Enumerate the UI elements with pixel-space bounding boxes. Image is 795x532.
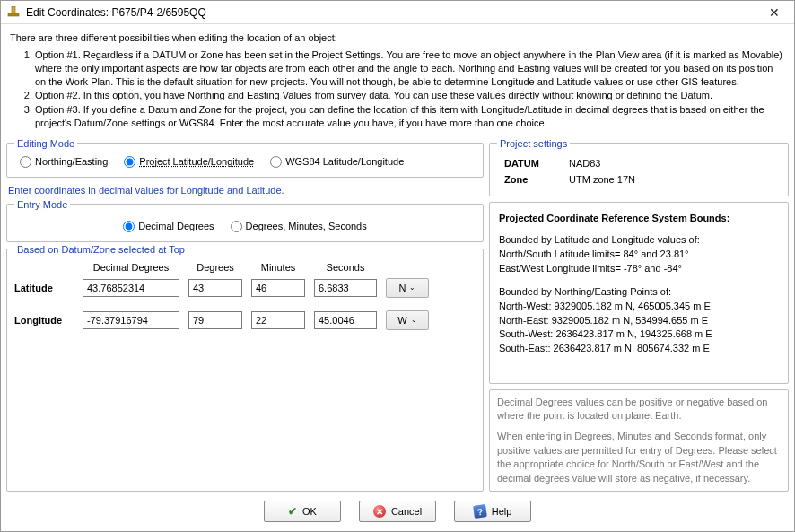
lat-degrees-input[interactable]	[188, 279, 242, 297]
radio-project-latlon-label: Project Latitude/Longitude	[139, 156, 254, 167]
datum-label: DATUM	[499, 156, 562, 170]
app-icon	[6, 5, 21, 20]
cancel-button-label: Cancel	[391, 506, 422, 517]
radio-dms-input[interactable]	[231, 221, 242, 232]
dialog-button-row: ✔ OK ✕ Cancel ? Help	[1, 493, 794, 531]
cancel-button[interactable]: ✕ Cancel	[359, 501, 436, 522]
lon-decimal-input[interactable]	[83, 311, 179, 329]
lat-hemisphere-dropdown[interactable]: N ⌄	[386, 278, 429, 298]
titlebar: Edit Coordinates: P675/P4-2/6595QQ ✕	[1, 1, 794, 24]
radio-wgs84-latlon-label: WGS84 Latitude/Longitude	[285, 156, 404, 167]
editing-mode-group: Editing Mode Northing/Easting Project La…	[6, 138, 484, 178]
bounds-line: South-West: 2636423.817 m N, 194325.668 …	[499, 327, 779, 342]
editing-mode-legend: Editing Mode	[14, 138, 77, 149]
intro-option-3: Option #3. If you define a Datum and Zon…	[35, 103, 785, 130]
radio-decimal-degrees[interactable]: Decimal Degrees	[123, 221, 214, 232]
intro-block: There are three different possibilities …	[1, 24, 794, 135]
close-icon: ✕	[769, 5, 780, 20]
lat-seconds-input[interactable]	[314, 279, 377, 297]
note-panel: Decimal Degrees values can be positive o…	[489, 389, 789, 492]
lon-minutes-input[interactable]	[251, 311, 305, 329]
bounds-line: East/West Longitude limits= -78° and -84…	[499, 262, 779, 276]
datum-value: NAD83	[563, 156, 641, 170]
intro-option-1: Option #1. Regardless if a DATUM or Zone…	[35, 48, 785, 89]
note-p2: When entering in Degrees, Minutes and Se…	[497, 430, 781, 485]
lon-degrees-input[interactable]	[188, 311, 242, 329]
crs-bounds-panel: Projected Coordinate Reference System Bo…	[489, 202, 789, 384]
radio-northing-easting-label: Northing/Easting	[35, 156, 108, 167]
radio-project-latlon-input[interactable]	[124, 156, 135, 168]
project-settings-legend: Project settings	[497, 138, 570, 149]
ok-button-label: OK	[302, 506, 317, 517]
lat-decimal-input[interactable]	[83, 279, 179, 297]
bounds-line: North-East: 9329005.182 m N, 534994.655 …	[499, 314, 779, 328]
check-icon: ✔	[288, 505, 297, 518]
latitude-label: Latitude	[14, 283, 74, 293]
radio-northing-easting[interactable]: Northing/Easting	[20, 156, 108, 168]
svg-rect-0	[12, 6, 15, 14]
bounds-line: Bounded by Northing/Easting Points of:	[499, 285, 779, 300]
close-button[interactable]: ✕	[758, 1, 791, 23]
left-column: Editing Mode Northing/Easting Project La…	[6, 138, 484, 492]
zone-value: UTM zone 17N	[563, 172, 641, 187]
entry-mode-group: Entry Mode Decimal Degrees Degrees, Minu…	[6, 199, 484, 242]
bounds-line: North/South Latitude limits= 84° and 23.…	[499, 248, 779, 262]
cancel-icon: ✕	[373, 505, 386, 518]
radio-dms[interactable]: Degrees, Minutes, Seconds	[231, 221, 367, 232]
lat-hemisphere-value: N	[399, 283, 406, 293]
ok-button[interactable]: ✔ OK	[264, 501, 341, 522]
window-title: Edit Coordinates: P675/P4-2/6595QQ	[26, 6, 758, 19]
project-settings-group: Project settings DATUM NAD83 Zone UTM zo…	[489, 138, 789, 196]
help-button-label: Help	[492, 506, 512, 517]
coordinate-entry-legend: Based on Datum/Zone selected at Top	[14, 244, 188, 255]
radio-decimal-degrees-label: Decimal Degrees	[138, 221, 214, 231]
col-decimal-degrees: Decimal Degrees	[83, 262, 179, 273]
right-column: Project settings DATUM NAD83 Zone UTM zo…	[489, 138, 789, 492]
col-minutes: Minutes	[251, 262, 305, 273]
dialog-edit-coordinates: Edit Coordinates: P675/P4-2/6595QQ ✕ The…	[0, 0, 795, 532]
main-columns: Editing Mode Northing/Easting Project La…	[1, 135, 794, 493]
radio-decimal-degrees-input[interactable]	[123, 221, 135, 232]
intro-lead: There are three different possibilities …	[10, 31, 785, 45]
radio-northing-easting-input[interactable]	[20, 156, 31, 168]
entry-mode-legend: Entry Mode	[14, 199, 70, 210]
crs-bounds-title: Projected Coordinate Reference System Bo…	[499, 212, 779, 226]
help-button[interactable]: ? Help	[454, 501, 531, 522]
note-p1: Decimal Degrees values can be positive o…	[497, 396, 781, 423]
col-seconds: Seconds	[314, 262, 377, 273]
bounds-line: Bounded by Latitude and Longitude values…	[499, 233, 779, 248]
radio-dms-label: Degrees, Minutes, Seconds	[246, 221, 367, 231]
longitude-label: Longitude	[14, 315, 74, 326]
chevron-down-icon: ⌄	[411, 316, 417, 324]
col-degrees: Degrees	[188, 262, 242, 273]
radio-wgs84-latlon[interactable]: WGS84 Latitude/Longitude	[270, 156, 404, 168]
lon-hemisphere-dropdown[interactable]: W ⌄	[386, 310, 429, 330]
lat-minutes-input[interactable]	[251, 279, 305, 297]
chevron-down-icon: ⌄	[409, 283, 415, 292]
coord-instruction: Enter coordinates in decimal values for …	[8, 185, 482, 196]
svg-rect-1	[8, 13, 19, 16]
radio-wgs84-latlon-input[interactable]	[270, 156, 282, 168]
coordinate-entry-group: Based on Datum/Zone selected at Top Deci…	[6, 244, 484, 492]
lon-hemisphere-value: W	[398, 315, 406, 326]
intro-option-2: Option #2. In this option, you have Nort…	[35, 89, 785, 102]
zone-label: Zone	[499, 172, 562, 187]
bounds-line: South-East: 2636423.817 m N, 805674.332 …	[499, 342, 779, 356]
lon-seconds-input[interactable]	[314, 311, 377, 329]
help-icon: ?	[473, 504, 487, 519]
bounds-line: North-West: 9329005.182 m N, 465005.345 …	[499, 300, 779, 314]
radio-project-latlon[interactable]: Project Latitude/Longitude	[124, 156, 254, 168]
